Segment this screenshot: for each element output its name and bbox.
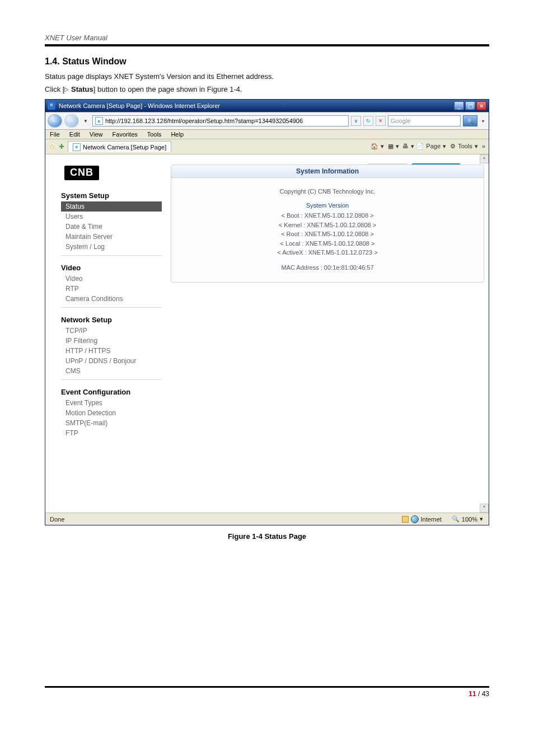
mac-address-text: MAC Address : 00:1e:81:00:46:57	[171, 263, 484, 273]
feeds-icon[interactable]: ▦	[386, 143, 394, 151]
play-glyph-icon: ▷	[64, 86, 69, 92]
cnb-logo-text: CNB	[64, 166, 99, 180]
ie-logo-icon: e	[48, 102, 55, 110]
favorites-star-icon[interactable]: ☆	[49, 143, 55, 151]
browser-search-button[interactable]: 🔍	[463, 115, 477, 126]
address-bar: ← → ▼ e http://192.168.123.128/html/oper…	[45, 112, 489, 130]
print-icon[interactable]: 🖶	[401, 143, 409, 151]
manual-title: XNET User Manual	[45, 34, 489, 46]
sidebar-item-ftp[interactable]: FTP	[61, 428, 162, 438]
sidebar-item-system-log[interactable]: System / Log	[61, 242, 162, 252]
sidebar-item-rtp[interactable]: RTP	[61, 284, 162, 294]
shield-icon	[402, 516, 409, 523]
system-info-panel: System Information Copyright (C) CNB Tec…	[171, 165, 484, 283]
section-heading: 1.4. Status Window	[45, 57, 489, 67]
refresh-button[interactable]: ↻	[363, 116, 373, 126]
sidebar-item-status[interactable]: Status	[61, 201, 162, 212]
tab-bar: ☆ ✚ e Network Camera [Setup Page] 🏠▾ ▦▾ …	[45, 139, 489, 154]
zoom-value: 100%	[462, 516, 477, 523]
url-dropdown-button[interactable]: v	[351, 116, 361, 126]
sidebar-item-upnp-ddns-bonjour[interactable]: UPnP / DDNS / Bonjour	[61, 356, 162, 366]
browser-search-field[interactable]: Google	[388, 115, 461, 126]
menu-view[interactable]: View	[90, 131, 103, 138]
titlebar: e Network Camera [Setup Page] - Windows …	[45, 100, 489, 112]
sidebar-item-cms[interactable]: CMS	[61, 366, 162, 376]
stop-button[interactable]: ✕	[376, 116, 386, 126]
system-version-heading: System Version	[171, 201, 484, 210]
sidebar-item-users[interactable]: Users	[61, 212, 162, 222]
sidebar-item-http-https[interactable]: HTTP / HTTPS	[61, 346, 162, 356]
forward-button[interactable]: →	[64, 114, 79, 128]
sidebar-item-date-time[interactable]: Date & Time	[61, 222, 162, 232]
scroll-up-button[interactable]: ▴	[480, 154, 489, 163]
system-info-title: System Information	[171, 165, 484, 178]
sidebar-item-camera-conditions[interactable]: Camera Conditions	[61, 294, 162, 304]
version-activex: < ActiveX : XNET.M5-1.01.12.0723 >	[171, 248, 484, 257]
page-menu-icon[interactable]: 📄	[416, 143, 424, 151]
page-current: 11	[469, 690, 476, 698]
copyright-text: Copyright (C) CNB Technology Inc.	[171, 187, 484, 196]
page-total: 43	[482, 690, 489, 698]
zone-label: Internet	[421, 516, 442, 523]
window-title: Network Camera [Setup Page] - Windows In…	[59, 102, 454, 109]
sidebar-item-maintain-server[interactable]: Maintain Server	[61, 232, 162, 242]
sidebar-item-motion-detection[interactable]: Motion Detection	[61, 408, 162, 418]
page-ie-icon: e	[95, 117, 103, 125]
add-favorite-icon[interactable]: ✚	[59, 143, 64, 151]
zoom-dropdown[interactable]: ▾	[480, 515, 483, 523]
version-root: < Root : XNET.M5-1.00.12.0808 >	[171, 229, 484, 239]
click-instruction: Click [▷ Status] button to open the page…	[45, 85, 489, 93]
print-dropdown[interactable]: ▾	[411, 143, 414, 149]
scroll-down-button[interactable]: ▾	[480, 504, 489, 513]
menu-edit[interactable]: Edit	[69, 131, 80, 138]
sidebar-head-system-setup: System Setup	[61, 191, 162, 200]
version-kernel: < Kernel : XNET.M5-1.00.12.0808 >	[171, 220, 484, 230]
sidebar-item-tcpip[interactable]: TCP/IP	[61, 326, 162, 336]
security-zone[interactable]: Internet	[397, 515, 446, 523]
feeds-dropdown[interactable]: ▾	[396, 143, 399, 149]
page-menu-dropdown[interactable]: ▾	[443, 143, 446, 149]
ie-command-bar: 🏠▾ ▦▾ 🖶▾ 📄Page▾ ⚙Tools▾ »	[175, 143, 485, 151]
url-field[interactable]: e http://192.168.123.128/html/operator/S…	[92, 115, 349, 126]
sidebar-separator	[61, 307, 162, 308]
sidebar-item-event-types[interactable]: Event Types	[61, 398, 162, 408]
menu-tools[interactable]: Tools	[147, 131, 162, 138]
minimize-button[interactable]: _	[454, 101, 464, 110]
back-button[interactable]: ←	[48, 114, 62, 128]
click-prefix: Click [	[45, 85, 64, 93]
tools-menu-dropdown[interactable]: ▾	[475, 143, 478, 149]
maximize-button[interactable]: ▢	[465, 101, 475, 110]
zoom-control[interactable]: 🔍 100% ▾	[446, 515, 489, 523]
home-dropdown[interactable]: ▾	[381, 143, 384, 149]
url-text: http://192.168.123.128/html/operator/Set…	[105, 118, 346, 124]
search-dropdown[interactable]: ▾	[480, 119, 486, 124]
close-button[interactable]: ✕	[476, 101, 486, 110]
sidebar-item-ip-filtering[interactable]: IP Filtering	[61, 336, 162, 346]
sidebar-item-video[interactable]: Video	[61, 274, 162, 284]
menu-help[interactable]: Help	[171, 131, 184, 138]
browser-tab[interactable]: e Network Camera [Setup Page]	[68, 141, 171, 152]
sidebar-item-smtp-email[interactable]: SMTP(E-mail)	[61, 418, 162, 428]
menu-file[interactable]: File	[50, 131, 60, 138]
internet-zone-icon	[411, 515, 419, 523]
tab-favicon-icon: e	[73, 143, 81, 151]
menu-favorites[interactable]: Favorites	[113, 131, 138, 138]
tools-menu-icon[interactable]: ⚙	[448, 143, 456, 151]
page-sep: /	[476, 690, 482, 698]
zoom-icon: 🔍	[452, 515, 460, 523]
sidebar-separator	[61, 255, 162, 256]
main-panel: System Information Copyright (C) CNB Tec…	[171, 165, 484, 513]
home-icon[interactable]: 🏠	[371, 143, 378, 151]
toolbar-overflow-button[interactable]: »	[482, 143, 485, 149]
version-local: < Local : XNET.M5-1.00.12.0808 >	[171, 239, 484, 248]
version-boot: < Boot : XNET.M5-1.00.12.0808 >	[171, 211, 484, 220]
sidebar: System Setup Status Users Date & Time Ma…	[61, 191, 162, 438]
cnb-logo: CNB	[61, 165, 162, 191]
sidebar-head-video: Video	[61, 264, 162, 272]
nav-history-dropdown[interactable]: ▼	[81, 119, 90, 124]
tools-menu-label[interactable]: Tools	[458, 143, 472, 149]
status-done-text: Done	[45, 516, 191, 523]
page-menu-label[interactable]: Page	[426, 143, 441, 149]
browser-window: e Network Camera [Setup Page] - Windows …	[45, 99, 489, 525]
tab-title: Network Camera [Setup Page]	[83, 144, 166, 151]
